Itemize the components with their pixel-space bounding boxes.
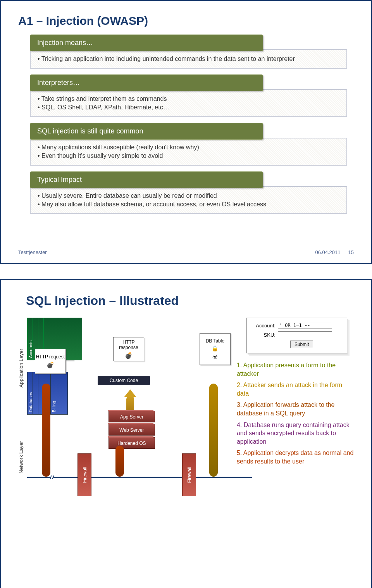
custom-code-label: Custom Code: [98, 376, 150, 385]
tube-yellow-right: [209, 384, 218, 477]
arrow-up-icon: [124, 389, 136, 397]
step-3: 3. Application forwards attack to the da…: [237, 401, 354, 417]
attack-steps: 1. Application presents a form to the at…: [237, 361, 354, 466]
server-stack: App Server Web Server Hardened OS: [108, 411, 155, 450]
database-stack: Databases Billing: [27, 372, 78, 422]
bullet: Tricking an application into including u…: [38, 55, 342, 63]
footer-date: 06.04.2011: [315, 249, 340, 255]
section-header: Interpreters…: [30, 74, 263, 91]
network-break-icon: [50, 476, 54, 479]
http-request-label: HTTP request: [36, 354, 65, 360]
network-line: [27, 477, 252, 478]
bullet: Take strings and interpret them as comma…: [38, 95, 342, 103]
section-header: Typical Impact: [30, 171, 263, 188]
hardened-os: Hardened OS: [108, 437, 155, 449]
bullet: Many applications still susceptible (rea…: [38, 143, 342, 152]
step-1: 1. Application presents a form to the at…: [237, 361, 354, 378]
bullet: Usually severe. Entire database can usua…: [38, 192, 342, 200]
bomb-icon: 💣: [46, 361, 54, 368]
biohazard-icon: ☣: [212, 353, 218, 360]
section-body: Usually severe. Entire database can usua…: [30, 186, 347, 214]
db-table-label: DB Table: [206, 338, 224, 344]
step-2: 2. Attacker sends an attack in the form …: [237, 381, 354, 398]
slide-16: SQL Injection – Illustrated Application …: [0, 279, 372, 588]
section-header: SQL injection is still quite common: [30, 123, 263, 140]
diagram-area: Application Layer Network Layer HTTP req…: [18, 318, 354, 512]
bullet: May also allow full database schema, or …: [38, 200, 342, 209]
diagram: HTTP request 💣 Accounts HTTP response 💣 …: [27, 318, 233, 512]
section-interpreters: Interpreters… Take strings and interpret…: [30, 74, 354, 117]
account-input[interactable]: [278, 322, 332, 329]
billing-box: Billing: [50, 372, 68, 415]
attack-form: Account: SKU: Submit: [246, 318, 347, 353]
footer-left: Testtjenester: [18, 249, 47, 255]
right-column: Account: SKU: Submit 1. Application pres…: [237, 318, 354, 512]
section-body: Tricking an application into including u…: [30, 49, 347, 69]
bullet: Even though it's usually very simple to …: [38, 152, 342, 160]
http-request-box: HTTP request 💣: [35, 349, 66, 374]
section-body: Many applications still susceptible (rea…: [30, 138, 347, 166]
submit-button[interactable]: Submit: [290, 341, 313, 348]
firewall-right: Firewall: [182, 453, 196, 496]
firewall-left: Firewall: [78, 453, 91, 496]
layer-labels: Application Layer Network Layer: [18, 318, 27, 512]
bullet: SQL, OS Shell, LDAP, XPath, Hibernate, e…: [38, 103, 342, 112]
section-sql-common: SQL injection is still quite common Many…: [30, 123, 354, 166]
http-response-label: HTTP response: [114, 339, 144, 350]
tube-red-left: [42, 384, 50, 477]
app-server: App Server: [108, 411, 155, 422]
http-response-box: HTTP response 💣: [113, 337, 144, 361]
network-layer-label: Network Layer: [18, 419, 27, 496]
step-4: 4. Database runs query containing attack…: [237, 421, 354, 446]
tube-red-mid: [115, 446, 124, 477]
slide-footer: Testtjenester 06.04.2011 15: [18, 249, 354, 255]
bomb-icon: 💣: [125, 352, 133, 359]
sku-label: SKU:: [251, 332, 276, 338]
section-body: Take strings and interpret them as comma…: [30, 89, 347, 117]
web-server: Web Server: [108, 424, 155, 436]
lock-icon: 🔒: [212, 345, 218, 351]
slide-15: A1 – Injection (OWASP) Injection means… …: [0, 0, 372, 264]
application-layer-label: Application Layer: [18, 318, 27, 419]
account-label: Account:: [251, 323, 276, 329]
step-5: 5. Application decrypts data as normal a…: [237, 449, 354, 465]
section-impact: Typical Impact Usually severe. Entire da…: [30, 171, 354, 214]
footer-page: 15: [348, 249, 354, 255]
page-title: A1 – Injection (OWASP): [18, 14, 354, 28]
page-title: SQL Injection – Illustrated: [26, 294, 354, 308]
db-table-box: DB Table 🔒 ☣: [200, 333, 231, 365]
section-injection-means: Injection means… Tricking an application…: [30, 35, 354, 69]
sku-input[interactable]: [278, 331, 332, 338]
section-header: Injection means…: [30, 35, 263, 51]
